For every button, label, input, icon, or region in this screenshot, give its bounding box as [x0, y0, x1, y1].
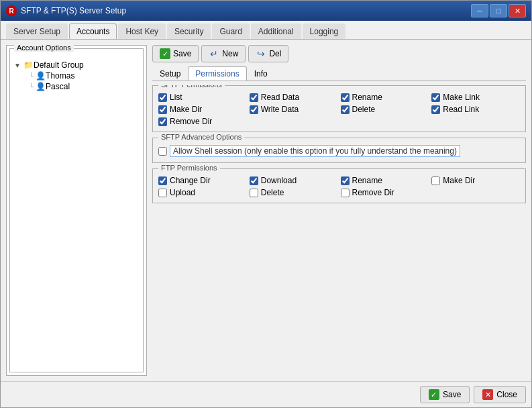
tab-guard[interactable]: Guard: [212, 23, 249, 39]
folder-icon: 📁: [23, 60, 34, 70]
perm-read-data-label: Read Data: [261, 93, 299, 102]
allow-shell-item: Allow Shell session (only enable this op…: [158, 145, 520, 157]
tab-logging[interactable]: Logging: [303, 23, 346, 39]
perm-rename-checkbox[interactable]: [341, 93, 350, 102]
perm-rename: Rename: [341, 93, 429, 102]
perm-read-data: Read Data: [250, 93, 338, 102]
account-options-title: Account Options: [14, 44, 74, 52]
footer-close-label: Close: [496, 390, 517, 399]
perm-delete-checkbox[interactable]: [341, 105, 350, 114]
ftp-perm-change-dir-checkbox[interactable]: [158, 176, 167, 185]
user-icon2: 👤: [36, 82, 46, 91]
perm-make-dir: Make Dir: [158, 105, 247, 114]
ftp-perm-change-dir: Change Dir: [158, 176, 247, 185]
perm-make-dir-checkbox[interactable]: [158, 105, 167, 114]
footer-save-button[interactable]: ✓ Save: [420, 386, 470, 403]
ftp-perm-make-dir: Make Dir: [431, 176, 520, 185]
del-icon: ↪: [256, 48, 266, 59]
tab-host-key[interactable]: Host Key: [118, 23, 166, 39]
perm-delete-label: Delete: [352, 105, 376, 114]
footer: ✓ Save ✕ Close: [1, 381, 531, 407]
perm-read-link: Read Link: [431, 105, 520, 114]
tree-child-icon2: └: [29, 83, 34, 91]
tab-additional[interactable]: Additional: [251, 23, 301, 39]
ftp-perm-make-dir-label: Make Dir: [443, 176, 475, 185]
permissions-area: SFTP Permissions List Read Data: [152, 85, 526, 376]
app-icon: R: [6, 5, 17, 16]
footer-close-button[interactable]: ✕ Close: [474, 386, 526, 403]
ftp-perm-rename-label: Rename: [352, 176, 382, 185]
ftp-perm-upload-checkbox[interactable]: [158, 189, 167, 197]
allow-shell-checkbox[interactable]: [158, 147, 167, 156]
perm-remove-dir: Remove Dir: [158, 117, 247, 126]
right-panel: ✓ Save ↵ New ↪ Del Setup Permissions: [152, 45, 526, 376]
tab-server-setup[interactable]: Server Setup: [6, 23, 68, 39]
perm-rename-label: Rename: [352, 93, 382, 102]
tab-security[interactable]: Security: [167, 23, 211, 39]
main-content: Account Options ▼ 📁 Default Group └ 👤 Th…: [1, 40, 531, 381]
subtab-info[interactable]: Info: [247, 66, 275, 81]
ftp-perm-delete-label: Delete: [261, 188, 284, 197]
new-label: New: [222, 49, 238, 58]
perm-remove-dir-label: Remove Dir: [170, 117, 212, 126]
ftp-perm-delete: Delete: [250, 188, 338, 197]
allow-shell-text: Allow Shell session (only enable this op…: [170, 145, 460, 157]
footer-close-icon: ✕: [482, 389, 493, 400]
ftp-perm-remove-dir-checkbox[interactable]: [341, 189, 350, 197]
left-panel: Account Options ▼ 📁 Default Group └ 👤 Th…: [6, 45, 147, 376]
footer-save-icon: ✓: [429, 389, 439, 400]
del-button[interactable]: ↪ Del: [248, 45, 288, 62]
tree-view: ▼ 📁 Default Group └ 👤 Thomas └: [13, 58, 140, 93]
tree-item-pascal[interactable]: └ 👤 Pascal: [29, 81, 139, 92]
perm-make-link: Make Link: [431, 93, 520, 102]
account-options-group: Account Options ▼ 📁 Default Group └ 👤 Th…: [9, 48, 144, 372]
ftp-permissions-group: FTP Permissions Change Dir Download: [152, 168, 526, 203]
close-window-button[interactable]: ✕: [509, 4, 526, 17]
tree-label-thomas: Thomas: [46, 71, 74, 81]
sub-tabs: Setup Permissions Info: [152, 66, 526, 81]
perm-write-data-checkbox[interactable]: [250, 105, 258, 114]
perm-read-data-checkbox[interactable]: [250, 93, 258, 102]
footer-save-label: Save: [443, 390, 461, 399]
perm-read-link-checkbox[interactable]: [431, 105, 440, 114]
title-bar-buttons: ─ □ ✕: [471, 4, 526, 17]
new-icon: ↵: [209, 48, 219, 59]
tree-item-thomas[interactable]: └ 👤 Thomas: [29, 70, 139, 81]
subtab-setup[interactable]: Setup: [152, 66, 188, 81]
perm-remove-dir-checkbox[interactable]: [158, 117, 167, 126]
save-button[interactable]: ✓ Save: [152, 45, 199, 62]
ftp-perm-make-dir-checkbox[interactable]: [431, 176, 440, 185]
sftp-permissions-group: SFTP Permissions List Read Data: [152, 85, 526, 132]
ftp-perm-rename: Rename: [341, 176, 429, 185]
ftp-perm-change-dir-label: Change Dir: [170, 176, 211, 185]
perm-delete: Delete: [341, 105, 429, 114]
perm-make-dir-label: Make Dir: [170, 105, 202, 114]
tree-children: └ 👤 Thomas └ 👤 Pascal: [14, 70, 139, 92]
perm-make-link-checkbox[interactable]: [431, 93, 440, 102]
perm-list-label: List: [170, 93, 182, 102]
minimize-button[interactable]: ─: [471, 4, 488, 17]
sftp-permissions-title: SFTP Permissions: [158, 85, 225, 89]
ftp-perm-remove-dir: Remove Dir: [341, 188, 429, 197]
ftp-perm-delete-checkbox[interactable]: [250, 189, 258, 197]
ftp-perm-upload: Upload: [158, 188, 247, 197]
ftp-perm-download-checkbox[interactable]: [250, 176, 258, 185]
content-area: Account Options ▼ 📁 Default Group └ 👤 Th…: [1, 40, 531, 407]
sftp-permissions-grid: List Read Data Rename: [158, 93, 520, 126]
ftp-permissions-grid: Change Dir Download Rename: [158, 176, 520, 197]
del-label: Del: [269, 49, 281, 58]
subtab-permissions[interactable]: Permissions: [188, 66, 246, 81]
perm-write-data-label: Write Data: [261, 105, 299, 114]
tree-item-default-group[interactable]: ▼ 📁 Default Group: [14, 60, 139, 70]
ftp-perm-rename-checkbox[interactable]: [341, 176, 350, 185]
save-label: Save: [173, 49, 191, 58]
maximize-button[interactable]: □: [490, 4, 507, 17]
ftp-perm-upload-label: Upload: [170, 188, 195, 197]
sftp-advanced-title: SFTP Advanced Options: [158, 133, 244, 141]
perm-list-checkbox[interactable]: [158, 93, 167, 102]
tree-child-icon: └: [29, 72, 34, 80]
user-icon: 👤: [36, 71, 46, 81]
tab-accounts[interactable]: Accounts: [69, 23, 117, 39]
tree-label-pascal: Pascal: [46, 82, 70, 91]
new-button[interactable]: ↵ New: [201, 45, 246, 62]
